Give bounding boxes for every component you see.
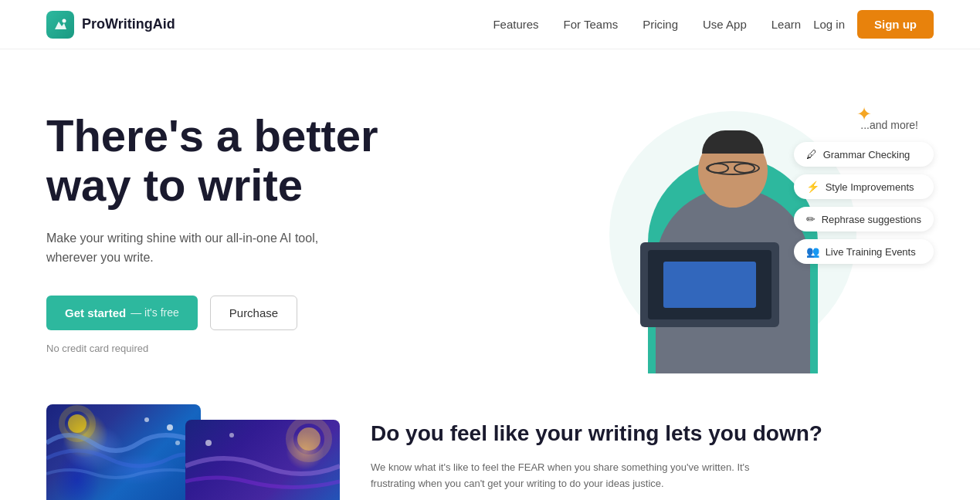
svg-point-0 (63, 19, 66, 22)
art-cards: My idea in my head (46, 404, 324, 500)
feature-tags: 🖊 Grammar Checking ⚡ Style Improvements … (794, 142, 934, 264)
hero-title: There's a better way to write (46, 111, 532, 210)
feature-tag-grammar: 🖊 Grammar Checking (794, 142, 934, 167)
nav-use-app[interactable]: Use App (703, 18, 747, 31)
rephrase-icon: ✏ (806, 213, 816, 225)
nav-learn[interactable]: Learn (771, 18, 801, 31)
svg-point-3 (167, 424, 173, 431)
section-two-title: Do you feel like your writing lets you d… (371, 420, 934, 448)
login-button[interactable]: Log in (813, 18, 845, 31)
laptop (640, 242, 779, 327)
hero-subtitle: Make your writing shine with our all-in-… (46, 228, 340, 268)
hero-buttons: Get started — it's free Purchase (46, 296, 532, 330)
svg-point-9 (229, 433, 234, 438)
hero-content: There's a better way to write Make your … (46, 96, 532, 354)
grammar-icon: 🖊 (806, 148, 817, 160)
get-started-label: Get started (65, 306, 126, 319)
starry-svg (46, 404, 201, 500)
art-card-front: My idea in my head (185, 420, 340, 500)
nav-links: Features For Teams Pricing Use App Learn (493, 18, 801, 32)
section-two-body: We know what it's like to feel the FEAR … (371, 460, 757, 492)
rephrase-label: Rephrase suggestions (822, 214, 921, 225)
free-label: — it's free (131, 306, 179, 319)
hero-section: There's a better way to write Make your … (0, 49, 980, 404)
svg-point-8 (205, 440, 212, 446)
logo-icon (46, 11, 74, 39)
brand-logo[interactable]: ProWritingAid (46, 11, 175, 39)
signup-button[interactable]: Sign up (857, 10, 934, 39)
style-label: Style Improvements (826, 181, 914, 193)
style-icon: ⚡ (806, 181, 819, 193)
glasses (706, 161, 760, 175)
art-svg-front (185, 420, 340, 500)
navbar: ProWritingAid Features For Teams Pricing… (0, 0, 980, 49)
training-icon: 👥 (806, 245, 819, 258)
feature-tag-style: ⚡ Style Improvements (794, 174, 934, 199)
nav-pricing[interactable]: Pricing (643, 18, 678, 31)
person-hair (702, 130, 764, 154)
grammar-label: Grammar Checking (823, 149, 910, 160)
get-started-button[interactable]: Get started — it's free (46, 296, 198, 330)
section-two: My idea in my head Do you feel like your… (0, 404, 980, 500)
svg-point-1 (68, 414, 86, 433)
training-label: Live Training Events (826, 246, 916, 258)
nav-features[interactable]: Features (493, 18, 538, 31)
art-card-back (46, 404, 201, 500)
nav-for-teams[interactable]: For Teams (564, 18, 619, 31)
no-credit-text: No credit card required (46, 343, 532, 354)
hero-illustration: ...and more! ✦ 🖊 Grammar Checking ⚡ Styl… (563, 96, 934, 373)
section-two-content: Do you feel like your writing lets you d… (371, 404, 934, 492)
svg-point-5 (175, 441, 180, 445)
feature-tag-training: 👥 Live Training Events (794, 239, 934, 264)
feature-tag-rephrase: ✏ Rephrase suggestions (794, 207, 934, 231)
svg-point-4 (144, 417, 149, 422)
brand-name: ProWritingAid (82, 16, 175, 32)
purchase-button[interactable]: Purchase (210, 296, 297, 330)
person-head (698, 134, 768, 208)
sparkle-icon: ✦ (856, 103, 872, 125)
svg-point-6 (297, 427, 320, 451)
